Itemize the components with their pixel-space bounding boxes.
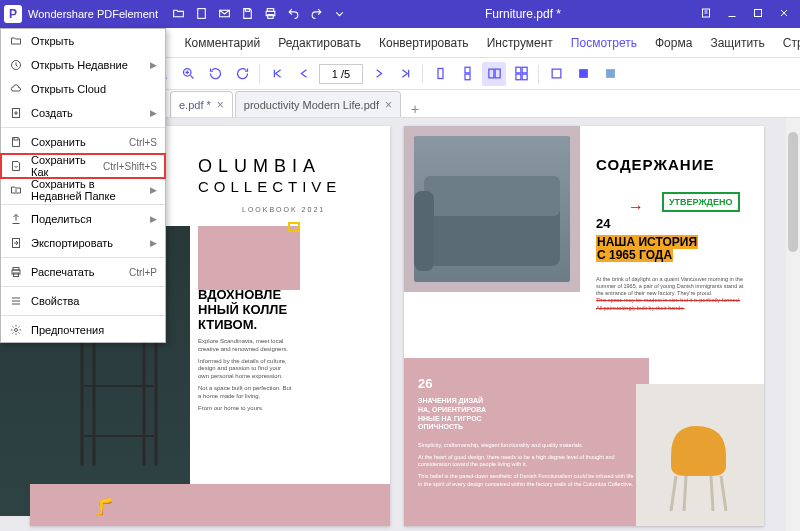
mail-icon[interactable] (218, 7, 231, 22)
redo-icon[interactable] (310, 7, 323, 22)
doc-footer (30, 484, 390, 526)
svg-rect-18 (488, 69, 493, 78)
menu-item-label: Свойства (31, 295, 157, 307)
menu-item-save[interactable]: СохранитьCtrl+S (1, 130, 165, 154)
continuous-icon[interactable] (455, 62, 479, 86)
menu-page[interactable]: Страница (774, 28, 800, 57)
close-tab-icon[interactable]: × (217, 98, 224, 112)
customize-icon[interactable] (333, 7, 346, 22)
stamp-approved[interactable]: УТВЕРЖДЕНО (662, 192, 740, 212)
first-page-icon[interactable] (265, 62, 289, 86)
doc-brand: OLUMBIA (198, 156, 321, 177)
zoom-in-icon[interactable] (176, 62, 200, 86)
single-page-icon[interactable] (428, 62, 452, 86)
menu-item-share[interactable]: Поделиться▶ (1, 207, 165, 231)
menu-item-export[interactable]: Экспортировать▶ (1, 231, 165, 255)
menu-item-label: Экспортировать (31, 237, 142, 249)
doc-heading: ВДОХНОВЛЕННЫЙ КОЛЛЕКТИВОМ. (198, 288, 287, 333)
menu-item-recent[interactable]: Открыть Недавние▶ (1, 53, 165, 77)
menu-item-saverecent[interactable]: Сохранить в Недавней Папке▶ (1, 178, 165, 202)
menu-protect[interactable]: Защитить (701, 28, 773, 57)
bg-sepia-icon[interactable] (598, 62, 622, 86)
doc-design-heading: ЗНАЧЕНИЯ ДИЗАЙНА, ОРИЕНТИРОВАННЫЕ НА ГИГ… (418, 397, 635, 432)
two-page-icon[interactable] (482, 62, 506, 86)
menu-item-open[interactable]: Открыть (1, 29, 165, 53)
prefs-icon (9, 324, 23, 336)
svg-rect-23 (522, 74, 527, 80)
svg-rect-24 (552, 69, 561, 78)
saveas-icon (9, 160, 23, 172)
recent-icon (9, 59, 23, 71)
tab-label: e.pdf * (179, 99, 211, 111)
scrollbar-thumb[interactable] (788, 132, 798, 252)
menu-item-print[interactable]: РаспечататьCtrl+P (1, 260, 165, 284)
svg-rect-17 (465, 74, 470, 80)
menu-view[interactable]: Посмотреть (562, 28, 646, 57)
scrollbar[interactable] (786, 118, 800, 531)
menu-comment[interactable]: Комментарий (176, 28, 270, 57)
props-icon (9, 295, 23, 307)
annotation-marker[interactable] (288, 222, 300, 232)
menu-item-create[interactable]: Создать▶ (1, 101, 165, 125)
notes-icon[interactable] (700, 7, 712, 21)
tab-2[interactable]: productivity Modern Life.pdf × (235, 91, 401, 117)
menu-tool[interactable]: Инструмент (478, 28, 562, 57)
print-icon[interactable] (264, 7, 277, 22)
open-icon (9, 35, 23, 47)
chevron-right-icon: ▶ (150, 238, 157, 248)
folder-icon[interactable] (172, 7, 185, 22)
doc-history-text: At the brink of daylight on a quaint Van… (596, 276, 746, 312)
menu-item-label: Распечатать (31, 266, 121, 278)
doc-pagenum-24: 24 (596, 216, 610, 231)
doc-lookbook: LOOKBOOK 2021 (242, 206, 325, 213)
rotate-left-icon[interactable] (203, 62, 227, 86)
menu-convert[interactable]: Конвертировать (370, 28, 478, 57)
two-continuous-icon[interactable] (509, 62, 533, 86)
doc-image-chair (656, 416, 744, 516)
menu-item-shortcut: Ctrl+Shift+S (103, 161, 157, 172)
menu-item-cloud[interactable]: Открыть Cloud (1, 77, 165, 101)
bg-dark-icon[interactable] (571, 62, 595, 86)
save-icon (9, 136, 23, 148)
saverecent-icon (9, 184, 23, 196)
maximize-icon[interactable] (752, 7, 764, 21)
close-icon[interactable] (778, 7, 790, 21)
quick-actions (172, 7, 346, 22)
undo-icon[interactable] (287, 7, 300, 22)
menu-item-label: Открыть (31, 35, 157, 47)
page-input[interactable]: 1 /5 (319, 64, 363, 84)
next-page-icon[interactable] (366, 62, 390, 86)
titlebar: P Wondershare PDFelement Furniture.pdf * (0, 0, 800, 28)
svg-rect-7 (755, 10, 762, 17)
save-icon[interactable] (241, 7, 254, 22)
menu-edit[interactable]: Редактировать (269, 28, 370, 57)
close-tab-icon[interactable]: × (385, 98, 392, 112)
last-page-icon[interactable] (393, 62, 417, 86)
menu-form[interactable]: Форма (646, 28, 701, 57)
svg-rect-33 (14, 138, 18, 141)
menu-item-saveas[interactable]: Сохранить КакCtrl+Shift+S (1, 154, 165, 178)
export-icon (9, 237, 23, 249)
svg-point-38 (15, 329, 18, 332)
svg-rect-29 (424, 176, 560, 216)
svg-rect-15 (438, 69, 443, 79)
svg-rect-26 (606, 69, 615, 78)
svg-rect-19 (495, 69, 500, 78)
minimize-icon[interactable] (726, 7, 738, 21)
annotation-arrow[interactable]: → (628, 198, 644, 216)
menu-item-prefs[interactable]: Предпочтения (1, 318, 165, 342)
tab-1[interactable]: e.pdf * × (170, 91, 233, 117)
rotate-right-icon[interactable] (230, 62, 254, 86)
menu-item-label: Поделиться (31, 213, 142, 225)
doc-pink-block (198, 226, 300, 290)
cloud-icon (9, 83, 23, 95)
menu-item-props[interactable]: Свойства (1, 289, 165, 313)
new-doc-icon[interactable] (195, 7, 208, 22)
doc-pagenum-26: 26 (418, 376, 635, 391)
doc-body: Explore Scandinavia, meet local creative… (198, 338, 293, 416)
menu-item-label: Создать (31, 107, 142, 119)
add-tab-button[interactable]: + (403, 101, 427, 117)
bg-light-icon[interactable] (544, 62, 568, 86)
svg-rect-0 (198, 8, 206, 18)
prev-page-icon[interactable] (292, 62, 316, 86)
